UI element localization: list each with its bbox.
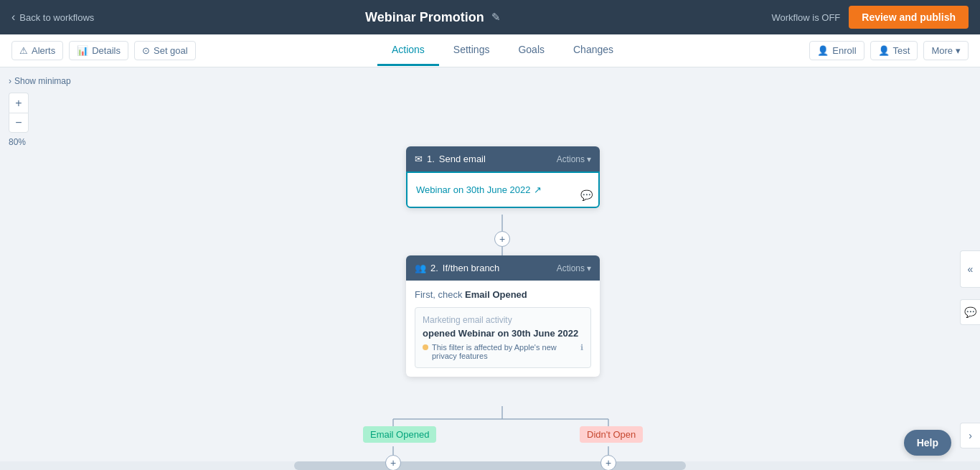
node-2-type: If/then branch <box>443 263 500 273</box>
title-section: Webinar Promotion ✎ <box>94 10 771 25</box>
enroll-label: Enroll <box>832 45 856 56</box>
node-2-actions-chevron: ▾ <box>587 263 591 273</box>
more-button[interactable]: More ▾ <box>923 41 969 60</box>
review-publish-button[interactable]: Review and publish <box>849 6 969 29</box>
comment-icon-panel: 💬 <box>964 306 976 318</box>
node-2-actions-label: Actions <box>557 263 585 273</box>
tab-changes[interactable]: Changes <box>559 35 628 66</box>
info-icon[interactable]: ℹ <box>580 343 583 352</box>
branch-check-field: Email Opened <box>465 289 527 300</box>
collapse-icon: « <box>968 263 974 275</box>
chevron-right-scroll-icon: › <box>969 430 972 441</box>
external-link-icon: ↗ <box>534 184 542 195</box>
sub-nav: ⚠ Alerts 📊 Details ⊙ Set goal Actions Se… <box>0 34 980 67</box>
zoom-in-button[interactable]: + <box>9 93 29 113</box>
node-2-number: 2. <box>430 263 438 273</box>
filter-box: Marketing email activity opened Webinar … <box>415 307 591 368</box>
back-arrow-icon: ‹ <box>11 11 15 24</box>
minimap-label: Show minimap <box>14 76 71 86</box>
node-1-actions-chevron: ▾ <box>587 154 591 164</box>
zoom-controls: + − <box>9 93 29 133</box>
branch-icon: 👥 <box>415 263 426 273</box>
node-1-actions-label: Actions <box>557 154 585 164</box>
back-to-workflows-btn[interactable]: ‹ Back to workflows <box>11 11 94 24</box>
node-2-header: 👥 2. If/then branch Actions ▾ <box>406 255 600 281</box>
branch-tag-opened: Email Opened <box>363 426 436 443</box>
enroll-icon: 👤 <box>817 45 829 56</box>
details-label: Details <box>92 45 121 56</box>
node-2-actions-btn[interactable]: Actions ▾ <box>557 263 591 273</box>
node-1-email-link[interactable]: Webinar on 30th June 2022 ↗ <box>416 184 590 195</box>
workflow-status: Workflow is OFF <box>771 12 840 23</box>
chevron-right-icon: › <box>9 76 11 86</box>
test-icon: 👤 <box>878 45 890 56</box>
node-1-header: ✉ 1. Send email Actions ▾ <box>406 146 600 171</box>
sub-nav-tabs: Actions Settings Goals Changes <box>196 35 810 66</box>
scroll-right-btn[interactable]: › <box>960 423 980 448</box>
help-button[interactable]: Help <box>904 430 951 456</box>
tab-settings[interactable]: Settings <box>439 35 504 66</box>
node-2-body: First, check Email Opened Marketing emai… <box>406 281 600 377</box>
privacy-warning-text: This filter is affected by Apple's new p… <box>432 343 575 360</box>
tab-goals[interactable]: Goals <box>504 35 559 66</box>
node-2-branch: 👥 2. If/then branch Actions ▾ First, che… <box>406 255 600 377</box>
envelope-icon: ✉ <box>415 154 423 164</box>
add-step-btn-opened[interactable]: + <box>385 455 401 470</box>
sub-nav-left: ⚠ Alerts 📊 Details ⊙ Set goal <box>11 41 196 60</box>
goal-icon: ⊙ <box>142 45 150 56</box>
test-label: Test <box>893 45 910 56</box>
branch-opened-label: Email Opened <box>370 429 429 440</box>
details-button[interactable]: 📊 Details <box>69 41 128 60</box>
warning-dot-icon <box>423 344 428 350</box>
details-icon: 📊 <box>77 45 88 56</box>
alerts-icon: ⚠ <box>19 45 28 56</box>
node-1-actions-btn[interactable]: Actions ▾ <box>557 154 591 164</box>
add-step-btn-1[interactable]: + <box>494 231 510 247</box>
node-1-comment-icon[interactable]: 💬 <box>580 189 593 201</box>
add-step-btn-didnt-open[interactable]: + <box>600 455 616 470</box>
horizontal-scrollbar[interactable] <box>0 461 980 470</box>
workflow-canvas: › Show minimap + − 80% ✉ 1. Send email A… <box>0 67 980 470</box>
zoom-level: 80% <box>9 137 26 147</box>
filter-text: opened Webinar on 30th June 2022 <box>423 328 583 339</box>
sub-nav-right: 👤 Enroll 👤 Test More ▾ <box>809 41 969 60</box>
workflow-title: Webinar Promotion <box>365 10 484 25</box>
node-1-number: 1. <box>427 154 435 164</box>
set-goal-label: Set goal <box>154 45 188 56</box>
node-1-title: ✉ 1. Send email <box>415 154 486 164</box>
enroll-button[interactable]: 👤 Enroll <box>809 41 864 60</box>
scrollbar-thumb[interactable] <box>294 461 686 470</box>
tab-actions[interactable]: Actions <box>377 35 439 66</box>
header-right: Workflow is OFF Review and publish <box>771 6 969 29</box>
node-1-email-text: Webinar on 30th June 2022 <box>416 184 531 195</box>
edit-title-icon[interactable]: ✎ <box>491 11 501 24</box>
top-bar: ‹ Back to workflows Webinar Promotion ✎ … <box>0 0 980 34</box>
more-chevron-icon: ▾ <box>956 45 961 56</box>
node-1-send-email: ✉ 1. Send email Actions ▾ Webinar on 30t… <box>406 146 600 208</box>
branch-check-label: First, check Email Opened <box>415 289 591 300</box>
alerts-button[interactable]: ⚠ Alerts <box>11 41 63 60</box>
more-label: More <box>931 45 953 56</box>
back-label: Back to workflows <box>19 12 94 23</box>
zoom-out-button[interactable]: − <box>9 113 29 133</box>
alerts-label: Alerts <box>32 45 55 56</box>
comment-panel-toggle[interactable]: 💬 <box>960 299 980 325</box>
node-1-type: Send email <box>439 154 486 164</box>
test-button[interactable]: 👤 Test <box>870 41 918 60</box>
node-2-title: 👥 2. If/then branch <box>415 263 499 273</box>
branch-tag-didnt-open: Didn't Open <box>580 426 643 443</box>
node-1-body: Webinar on 30th June 2022 ↗ 💬 <box>406 171 600 208</box>
right-panel-toggle[interactable]: « <box>960 250 980 288</box>
filter-category: Marketing email activity <box>423 315 583 325</box>
filter-email-bold: Webinar on 30th June 2022 <box>458 328 578 339</box>
set-goal-button[interactable]: ⊙ Set goal <box>134 41 196 60</box>
minimap-toggle[interactable]: › Show minimap <box>9 76 71 86</box>
branch-didnt-open-label: Didn't Open <box>587 429 636 440</box>
privacy-warning: This filter is affected by Apple's new p… <box>423 343 583 360</box>
